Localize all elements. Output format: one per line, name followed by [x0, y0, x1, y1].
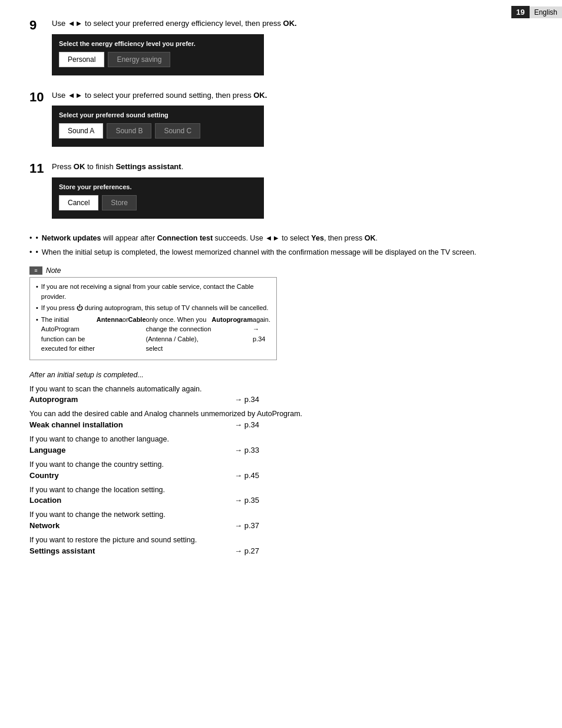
location-desc: If you want to change the location setti…	[29, 485, 533, 496]
bullet-2-text: When the initial setup is completed, the…	[42, 247, 477, 258]
network-label: Network	[29, 521, 59, 530]
language-desc: If you want to change to another languag…	[29, 434, 533, 445]
ok-label-11: OK	[74, 162, 85, 171]
setup-item-weak-channel: You can add the desired cable and Analog…	[29, 409, 533, 429]
bullet-2-bullet: •	[35, 247, 38, 258]
weak-channel-ref: → p.34	[234, 420, 259, 429]
step-10-panel: Select your preferred sound setting Soun…	[52, 106, 264, 147]
note-icon: ≡	[29, 266, 42, 275]
autoprogram-link: Autoprogram → p.34	[29, 395, 259, 404]
note-item-3: The initial AutoProgram function can be …	[36, 315, 270, 354]
step-11: 11 Press OK to finish Settings assistant…	[29, 161, 533, 222]
language-label: Language	[29, 446, 65, 454]
setup-item-language: If you want to change to another languag…	[29, 434, 533, 454]
weak-channel-link: Weak channel installation → p.34	[29, 420, 259, 429]
location-ref: → p.35	[234, 496, 259, 505]
weak-channel-desc: You can add the desired cable and Analog…	[29, 409, 533, 420]
country-label: Country	[29, 471, 59, 480]
note-items: If you are not receiving a signal from y…	[36, 282, 270, 354]
note-box: If you are not receiving a signal from y…	[29, 277, 277, 360]
settings-assistant-link-label: Settings assistant	[29, 546, 95, 555]
settings-assistant-ref: → p.27	[234, 546, 259, 555]
settings-assistant-desc: If you want to restore the picture and s…	[29, 535, 533, 546]
after-setup-title: After an initial setup is completed...	[29, 371, 533, 379]
note-item-2: If you press ⏻ during autoprogram, this …	[36, 303, 270, 313]
step-11-body: Press OK to finish Settings assistant. S…	[52, 161, 533, 222]
btn-energy-saving[interactable]: Energy saving	[108, 52, 170, 67]
autoprogram-label: Autoprogram	[29, 395, 78, 404]
weak-channel-label: Weak channel installation	[29, 420, 123, 429]
setup-item-location: If you want to change the location setti…	[29, 485, 533, 505]
setup-item-country: If you want to change the country settin…	[29, 459, 533, 480]
note-label: Note	[46, 266, 61, 275]
bullet-1-bullet: •	[35, 233, 38, 244]
note-header: ≡ Note	[29, 266, 533, 275]
language-link: Language → p.33	[29, 446, 259, 454]
step-11-panel-label: Store your preferences.	[59, 183, 257, 190]
bullet-1: • Network updates will appear after Conn…	[29, 233, 533, 244]
btn-sound-a[interactable]: Sound A	[59, 123, 103, 139]
btn-sound-b[interactable]: Sound B	[107, 123, 151, 139]
language-ref: → p.33	[234, 446, 259, 454]
step-9-panel: Select the energy efficiency level you p…	[52, 34, 264, 75]
step-9-panel-label: Select the energy efficiency level you p…	[59, 40, 257, 47]
step-11-panel-buttons: Cancel Store	[59, 195, 257, 210]
step-9-number: 9	[29, 18, 52, 33]
step-9-text: Use ◄► to select your preferred energy e…	[52, 18, 533, 29]
step-10-number: 10	[29, 90, 52, 105]
page-number: 19	[511, 6, 529, 18]
autoprogram-ref: → p.34	[234, 395, 259, 404]
page-language: English	[530, 6, 562, 18]
step-10-body: Use ◄► to select your preferred sound se…	[52, 90, 533, 151]
btn-personal[interactable]: Personal	[59, 52, 104, 67]
network-desc: If you want to change the network settin…	[29, 509, 533, 521]
setup-item-settings-assistant: If you want to restore the picture and s…	[29, 535, 533, 555]
location-link: Location → p.35	[29, 496, 259, 505]
setup-item-autoprogram: If you want to scan the channels automat…	[29, 384, 533, 404]
arrow-keys-9: ◄►	[68, 19, 83, 28]
step-9-panel-buttons: Personal Energy saving	[59, 52, 257, 67]
after-setup: After an initial setup is completed... I…	[29, 371, 533, 555]
bullet-2: • When the initial setup is completed, t…	[29, 247, 533, 258]
step-11-number: 11	[29, 161, 52, 176]
settings-assistant-label: Settings assistant	[115, 162, 181, 171]
location-label: Location	[29, 496, 61, 505]
bullet-list: • Network updates will appear after Conn…	[29, 233, 533, 259]
bullet-1-text: Network updates will appear after Connec…	[42, 233, 378, 244]
main-content: 9 Use ◄► to select your preferred energy…	[0, 0, 562, 578]
note-item-1: If you are not receiving a signal from y…	[36, 282, 270, 301]
note-section: ≡ Note If you are not receiving a signal…	[29, 266, 533, 360]
network-link: Network → p.37	[29, 521, 259, 530]
autoprogram-desc: If you want to scan the channels automat…	[29, 384, 533, 395]
step-10-panel-label: Select your preferred sound setting	[59, 111, 257, 118]
btn-cancel[interactable]: Cancel	[59, 195, 98, 210]
page-badge: 19 English	[511, 6, 562, 18]
step-10-text: Use ◄► to select your preferred sound se…	[52, 90, 533, 101]
ok-label-9: OK.	[283, 19, 297, 28]
settings-assistant-link: Settings assistant → p.27	[29, 546, 259, 555]
country-link: Country → p.45	[29, 471, 259, 480]
step-10: 10 Use ◄► to select your preferred sound…	[29, 90, 533, 151]
ok-label-10: OK.	[253, 91, 267, 100]
step-11-text: Press OK to finish Settings assistant.	[52, 161, 533, 173]
btn-store[interactable]: Store	[102, 195, 137, 210]
step-11-panel: Store your preferences. Cancel Store	[52, 177, 264, 219]
setup-item-network: If you want to change the network settin…	[29, 509, 533, 530]
btn-sound-c[interactable]: Sound C	[155, 123, 200, 139]
network-ref: → p.37	[234, 521, 259, 530]
step-9: 9 Use ◄► to select your preferred energy…	[29, 18, 533, 79]
arrow-keys-10: ◄►	[68, 91, 83, 100]
country-desc: If you want to change the country settin…	[29, 459, 533, 470]
step-9-body: Use ◄► to select your preferred energy e…	[52, 18, 533, 79]
step-10-panel-buttons: Sound A Sound B Sound C	[59, 123, 257, 139]
country-ref: → p.45	[234, 471, 259, 480]
